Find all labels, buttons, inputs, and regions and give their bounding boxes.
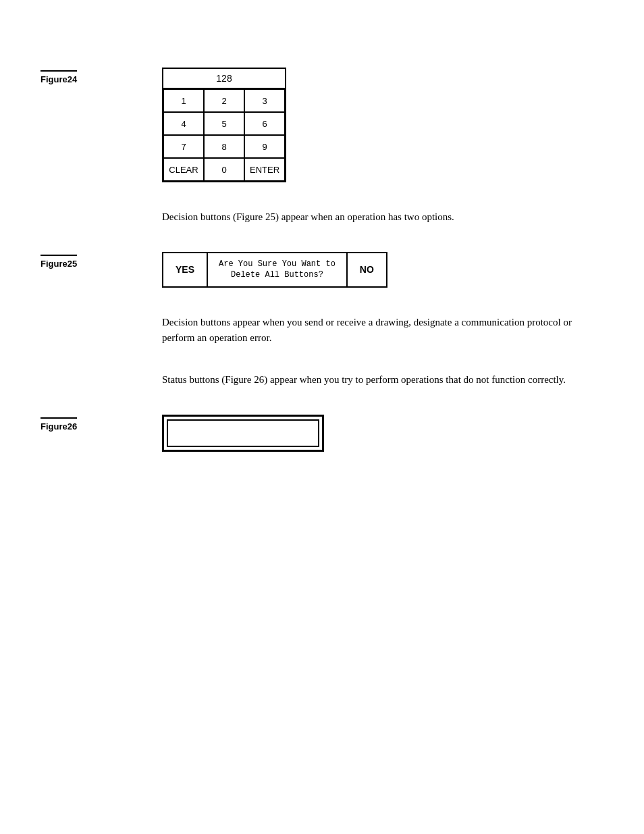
figure26-label: Figure26 bbox=[41, 417, 77, 432]
figure25-label: Figure25 bbox=[41, 255, 77, 269]
key-9[interactable]: 9 bbox=[244, 135, 285, 158]
decision-box: YES Are You Sure You Want toDelete All B… bbox=[162, 252, 387, 288]
para1-text: Decision buttons (Figure 25) appear when… bbox=[162, 211, 454, 222]
key-1[interactable]: 1 bbox=[163, 89, 204, 112]
figure26-content bbox=[162, 415, 644, 454]
key-enter[interactable]: ENTER bbox=[244, 158, 285, 181]
decision-message: Are You Sure You Want toDelete All Butto… bbox=[208, 253, 348, 287]
key-5[interactable]: 5 bbox=[204, 112, 244, 135]
keypad-grid: 1 2 3 4 5 6 7 8 9 CLEAR 0 ENTER bbox=[163, 89, 285, 181]
status-box bbox=[162, 415, 324, 452]
status-inner-border bbox=[167, 419, 319, 447]
para2-text: Decision buttons appear when you send or… bbox=[162, 317, 572, 343]
yes-button[interactable]: YES bbox=[163, 253, 208, 287]
page: Figure24 128 1 2 3 4 5 6 7 8 9 bbox=[0, 0, 644, 522]
figure24-content: 128 1 2 3 4 5 6 7 8 9 CLEAR 0 bbox=[162, 68, 644, 182]
keypad: 128 1 2 3 4 5 6 7 8 9 CLEAR 0 bbox=[162, 68, 286, 182]
keypad-display: 128 bbox=[163, 69, 285, 89]
text-para3: Status buttons (Figure 26) appear when y… bbox=[0, 372, 644, 388]
figure25-label-col: Figure25 bbox=[41, 252, 162, 269]
figure25-content: YES Are You Sure You Want toDelete All B… bbox=[162, 252, 644, 288]
text-para1: Decision buttons (Figure 25) appear when… bbox=[0, 209, 644, 225]
key-8[interactable]: 8 bbox=[204, 135, 244, 158]
figure24-label-col: Figure24 bbox=[41, 68, 162, 85]
figure25-row: Figure25 YES Are You Sure You Want toDel… bbox=[0, 252, 644, 288]
key-clear[interactable]: CLEAR bbox=[163, 158, 204, 181]
key-2[interactable]: 2 bbox=[204, 89, 244, 112]
para3-text: Status buttons (Figure 26) appear when y… bbox=[162, 374, 566, 385]
figure26-row: Figure26 bbox=[0, 415, 644, 454]
key-4[interactable]: 4 bbox=[163, 112, 204, 135]
key-6[interactable]: 6 bbox=[244, 112, 285, 135]
figure26-label-col: Figure26 bbox=[41, 415, 162, 432]
figure24-label: Figure24 bbox=[41, 70, 77, 84]
key-7[interactable]: 7 bbox=[163, 135, 204, 158]
key-0[interactable]: 0 bbox=[204, 158, 244, 181]
figure24-row: Figure24 128 1 2 3 4 5 6 7 8 9 bbox=[0, 68, 644, 182]
key-3[interactable]: 3 bbox=[244, 89, 285, 112]
no-button[interactable]: NO bbox=[348, 253, 386, 287]
text-para2: Decision buttons appear when you send or… bbox=[0, 315, 644, 345]
